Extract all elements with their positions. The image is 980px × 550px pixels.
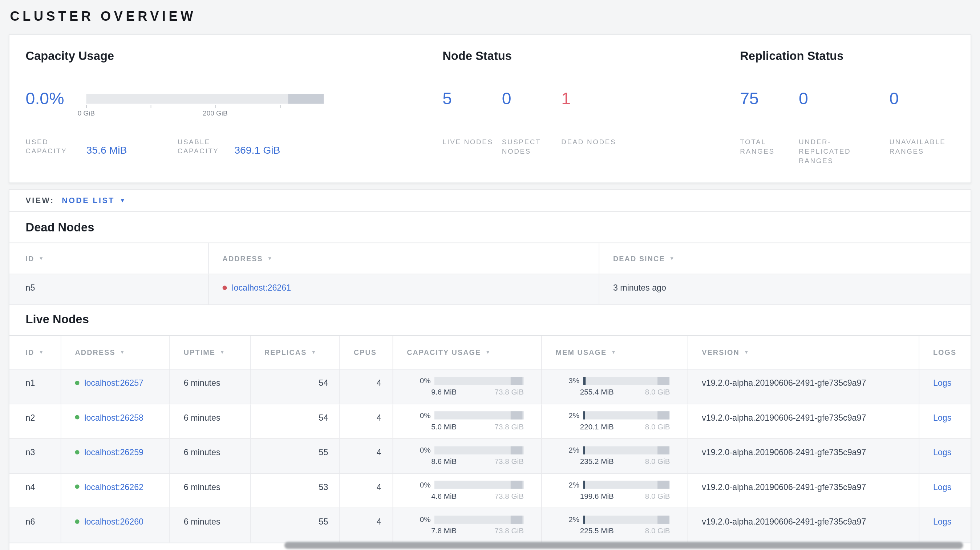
node-version: v19.2.0-alpha.20190606-2491-gfe735c9a97 [688,369,920,404]
logs-cell: Logs [920,473,970,507]
summary-card: Capacity Usage 0.0% 0 GiB 200 GiB USED C… [9,35,971,183]
capacity-total-value: 73.8 GiB [495,388,524,396]
column-header-id[interactable]: ID ▼ [10,243,209,273]
total-ranges-count: 75 [740,88,799,110]
node-address-link[interactable]: localhost:26257 [84,378,143,388]
capacity-usage-cell: 0% 7.8 MiB 73.8 GiB [393,508,542,542]
logs-cell: Logs [920,439,970,473]
mem-used-value: 255.4 MiB [580,388,614,396]
mem-total-value: 8.0 GiB [645,457,670,466]
horizontal-scrollbar-thumb[interactable] [285,542,963,549]
mini-bar-reserved-segment [511,377,523,385]
mini-bar-reserved-segment [657,481,669,489]
dead-nodes-table: ID ▼ ADDRESS ▼ DEAD SINCE ▼ n5 localhost… [10,243,970,305]
mem-usage-cell: 2% 235.2 MiB 8.0 GiB [542,439,688,473]
sort-caret-icon: ▼ [611,350,616,355]
node-replicas: 53 [251,473,340,507]
node-address-link[interactable]: localhost:26259 [84,448,143,457]
mini-bar-used-segment [583,481,585,489]
live-nodes-title: Live Nodes [26,312,971,327]
node-address-link[interactable]: localhost:26261 [232,283,291,292]
column-header-id[interactable]: ID ▼ [10,335,61,369]
total-ranges-stat: 75 TOTAL RANGES [740,88,799,166]
logs-link[interactable]: Logs [933,448,951,457]
node-id: n1 [10,369,61,404]
mem-percent-text: 2% [556,480,579,489]
mem-mini-bar [583,411,670,419]
sort-caret-icon: ▼ [670,256,675,261]
node-version: v19.2.0-alpha.20190606-2491-gfe735c9a97 [688,508,920,542]
logs-link[interactable]: Logs [933,378,951,388]
logs-link[interactable]: Logs [933,517,951,526]
column-header-version[interactable]: VERSION ▼ [688,335,920,369]
column-header-address[interactable]: ADDRESS ▼ [209,243,599,273]
logs-cell: Logs [920,508,970,542]
under-replicated-ranges-label: UNDER-REPLICATED RANGES [799,138,861,166]
node-address-cell: localhost:26262 [61,473,170,507]
capacity-percent-text: 0% [407,411,430,420]
column-header-uptime[interactable]: UPTIME ▼ [170,335,251,369]
logs-link[interactable]: Logs [933,413,951,422]
node-list-dropdown-value: NODE LIST [62,196,115,205]
mem-mini-bar [583,446,670,454]
live-node-dot [75,450,79,455]
unavailable-ranges-stat: 0 UNAVAILABLE RANGES [889,88,952,166]
node-address-link[interactable]: localhost:26262 [84,482,143,491]
cluster-overview-page: CLUSTER OVERVIEW Capacity Usage 0.0% 0 G… [0,0,980,550]
mem-used-value: 220.1 MiB [580,422,614,431]
mini-bar-reserved-segment [511,481,523,489]
node-replicas: 54 [251,369,340,404]
sort-caret-icon: ▼ [120,350,125,355]
capacity-mini-bar [434,411,524,419]
logs-link[interactable]: Logs [933,482,951,491]
column-header-replicas[interactable]: REPLICAS ▼ [251,335,340,369]
node-cpus: 4 [340,508,393,542]
live-node-dot [75,415,79,420]
capacity-percent-text: 0% [407,376,430,385]
suspect-nodes-label: SUSPECT NODES [502,138,561,157]
capacity-usage-section: Capacity Usage 0.0% 0 GiB 200 GiB USED C… [26,49,443,182]
node-cpus: 4 [340,369,393,404]
column-header-capacity-usage[interactable]: CAPACITY USAGE ▼ [393,335,542,369]
node-status-section: Node Status 5 LIVE NODES 0 SUSPECT NODES… [442,49,740,182]
capacity-mini-bar [434,446,524,454]
suspect-nodes-stat: 0 SUSPECT NODES [502,88,561,157]
logs-cell: Logs [920,369,970,404]
capacity-mini-bar [434,377,524,385]
live-nodes-stat: 5 LIVE NODES [442,88,502,157]
node-replicas: 54 [251,404,340,438]
node-list-card: VIEW: NODE LIST ▼ Dead Nodes ID ▼ ADDRES… [9,189,971,550]
live-node-dot [75,520,79,524]
node-uptime: 6 minutes [170,369,251,404]
node-cpus: 4 [340,439,393,473]
node-address-link[interactable]: localhost:26260 [84,517,143,526]
view-label: VIEW: [26,196,54,205]
column-header-address[interactable]: ADDRESS ▼ [61,335,170,369]
node-list-dropdown[interactable]: NODE LIST ▼ [62,196,125,205]
capacity-mini-bar [434,515,524,523]
node-address-link[interactable]: localhost:26258 [84,413,143,422]
capacity-usage-cell: 0% 5.0 MiB 73.8 GiB [393,404,542,438]
live-node-dot [75,485,79,489]
node-version: v19.2.0-alpha.20190606-2491-gfe735c9a97 [688,404,920,438]
axis-tick [86,105,87,108]
mem-total-value: 8.0 GiB [645,422,670,431]
table-row: n4 localhost:26262 6 minutes 53 4 0% [10,473,970,508]
capacity-percent-text: 0% [407,480,430,489]
table-row: n6 localhost:26260 6 minutes 55 4 0% [10,508,970,543]
mem-percent-text: 3% [556,376,579,385]
axis-tick [215,105,216,108]
view-bar: VIEW: NODE LIST ▼ [10,190,970,212]
node-address-cell: localhost:26260 [61,508,170,542]
page-title: CLUSTER OVERVIEW [0,0,980,24]
column-header-dead-since[interactable]: DEAD SINCE ▼ [599,243,970,273]
node-address-cell: localhost:26258 [61,404,170,438]
column-header-mem-usage[interactable]: MEM USAGE ▼ [542,335,688,369]
capacity-percent-text: 0% [407,515,430,524]
capacity-percent: 0.0% [26,89,86,108]
sort-caret-icon: ▼ [39,256,44,261]
sort-caret-icon: ▼ [744,350,749,355]
node-id: n2 [10,404,61,438]
capacity-usage-cell: 0% 8.6 MiB 73.8 GiB [393,439,542,473]
mini-bar-used-segment [583,446,585,454]
